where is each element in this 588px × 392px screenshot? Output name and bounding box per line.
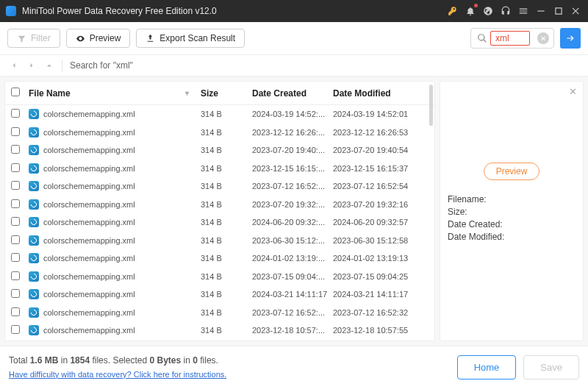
details-filename-label: Filename: [448, 194, 576, 204]
row-datecreated: 2023-06-30 15:12:... [252, 236, 333, 245]
search-icon [477, 33, 487, 43]
file-icon [29, 199, 39, 210]
key-icon[interactable] [447, 5, 459, 17]
row-datemodified: 2023-07-12 16:52:54 [333, 182, 429, 190]
row-checkbox[interactable] [11, 325, 20, 334]
row-size: 314 B [201, 128, 252, 137]
main-area: File Name▾ Size Date Created Date Modifi… [0, 76, 588, 346]
table-row[interactable]: colorschememapping.xml314 B2023-07-12 16… [5, 177, 434, 196]
row-size: 314 B [201, 326, 252, 335]
eye-icon [76, 34, 85, 43]
row-filename: colorschememapping.xml [43, 110, 135, 118]
row-size: 314 B [201, 146, 252, 154]
minimize-icon[interactable] [535, 5, 547, 17]
row-size: 314 B [201, 200, 252, 209]
navbar: Search for "xml" [0, 55, 588, 76]
sort-caret-icon: ▾ [185, 89, 189, 97]
row-checkbox[interactable] [11, 145, 20, 154]
file-icon [29, 109, 39, 119]
maximize-icon[interactable] [553, 5, 564, 17]
details-datemodified-label: Date Modified: [448, 232, 576, 242]
nav-up-icon[interactable] [44, 60, 54, 71]
row-datemodified: 2023-06-30 15:12:58 [333, 236, 429, 245]
row-datecreated: 2023-07-15 09:04:... [252, 272, 333, 281]
table-header: File Name▾ Size Date Created Date Modifi… [5, 82, 434, 105]
table-row[interactable]: colorschememapping.xml314 B2023-07-20 19… [5, 141, 434, 160]
search-go-button[interactable] [560, 28, 581, 49]
table-row[interactable]: colorschememapping.xml314 B2023-07-20 19… [5, 196, 434, 214]
bell-icon[interactable] [465, 5, 476, 17]
table-row[interactable]: colorschememapping.xml314 B2023-12-12 16… [5, 124, 434, 142]
panel-close-icon[interactable]: ✕ [569, 86, 577, 97]
window-title: MiniTool Power Data Recovery Free Editio… [22, 6, 441, 16]
row-checkbox[interactable] [11, 109, 20, 118]
headset-icon[interactable] [500, 5, 512, 17]
menu-icon[interactable] [517, 5, 529, 17]
table-row[interactable]: colorschememapping.xml314 B2024-03-21 14… [5, 285, 434, 304]
file-icon [29, 145, 39, 155]
file-icon [29, 127, 39, 138]
nav-back-icon[interactable] [9, 60, 19, 71]
close-icon[interactable] [570, 5, 582, 17]
row-checkbox[interactable] [11, 163, 20, 172]
row-size: 314 B [201, 182, 252, 190]
row-checkbox[interactable] [11, 217, 20, 226]
column-size[interactable]: Size [201, 88, 252, 99]
row-checkbox[interactable] [11, 127, 20, 136]
row-datemodified: 2024-03-19 14:52:01 [333, 110, 429, 118]
nav-forward-icon[interactable] [26, 60, 37, 71]
row-size: 314 B [201, 218, 252, 227]
status-summary: Total 1.6 MB in 1854 files. Selected 0 B… [9, 354, 450, 382]
save-button[interactable]: Save [523, 355, 579, 379]
table-row[interactable]: colorschememapping.xml314 B2024-03-19 14… [5, 105, 434, 124]
row-filename: colorschememapping.xml [43, 236, 135, 245]
row-filename: colorschememapping.xml [43, 218, 135, 227]
row-checkbox[interactable] [11, 307, 20, 316]
column-date-modified[interactable]: Date Modified [333, 88, 429, 99]
toolbar: Filter Preview Export Scan Result ✕ [0, 22, 588, 55]
column-date-created[interactable]: Date Created [252, 88, 333, 99]
help-link[interactable]: Have difficulty with data recovery? Clic… [9, 370, 226, 379]
preview-button[interactable]: Preview [66, 29, 131, 48]
file-icon [29, 181, 39, 191]
row-checkbox[interactable] [11, 289, 20, 298]
table-row[interactable]: colorschememapping.xml314 B2023-12-15 16… [5, 160, 434, 178]
row-checkbox[interactable] [11, 199, 20, 208]
file-icon [29, 289, 39, 299]
search-input[interactable] [492, 32, 528, 45]
footer: Total 1.6 MB in 1854 files. Selected 0 B… [0, 346, 588, 392]
table-row[interactable]: colorschememapping.xml314 B2023-07-20 19… [5, 340, 434, 341]
row-checkbox[interactable] [11, 181, 20, 190]
table-row[interactable]: colorschememapping.xml314 B2023-07-15 09… [5, 268, 434, 286]
table-row[interactable]: colorschememapping.xml314 B2023-06-30 15… [5, 232, 434, 250]
row-datecreated: 2024-03-19 14:52:... [252, 110, 333, 118]
row-filename: colorschememapping.xml [43, 290, 135, 299]
table-row[interactable]: colorschememapping.xml314 B2023-07-12 16… [5, 304, 434, 322]
filter-button[interactable]: Filter [7, 29, 60, 48]
row-datecreated: 2023-07-12 16:52:... [252, 182, 333, 190]
row-filename: colorschememapping.xml [43, 200, 135, 209]
export-label: Export Scan Result [159, 33, 235, 43]
file-icon [29, 235, 39, 246]
row-datecreated: 2023-12-18 10:57:... [252, 326, 333, 335]
row-size: 314 B [201, 254, 252, 263]
clear-search-icon[interactable]: ✕ [537, 32, 549, 44]
globe-icon[interactable] [482, 5, 494, 17]
table-row[interactable]: colorschememapping.xml314 B2024-01-02 13… [5, 249, 434, 268]
table-row[interactable]: colorschememapping.xml314 B2023-12-18 10… [5, 321, 434, 340]
row-size: 314 B [201, 290, 252, 299]
details-size-label: Size: [448, 207, 576, 217]
row-checkbox[interactable] [11, 235, 20, 244]
row-datemodified: 2023-12-15 16:15:37 [333, 164, 429, 173]
details-preview-button[interactable]: Preview [484, 163, 540, 180]
row-datecreated: 2023-07-12 16:52:... [252, 308, 333, 317]
table-row[interactable]: colorschememapping.xml314 B2024-06-20 09… [5, 213, 434, 232]
row-filename: colorschememapping.xml [43, 128, 135, 137]
row-checkbox[interactable] [11, 271, 20, 280]
home-button[interactable]: Home [457, 355, 517, 379]
export-button[interactable]: Export Scan Result [136, 29, 245, 48]
column-filename[interactable]: File Name▾ [29, 88, 201, 99]
row-checkbox[interactable] [11, 253, 20, 262]
row-datecreated: 2024-01-02 13:19:... [252, 254, 333, 263]
select-all-checkbox[interactable] [11, 88, 20, 96]
